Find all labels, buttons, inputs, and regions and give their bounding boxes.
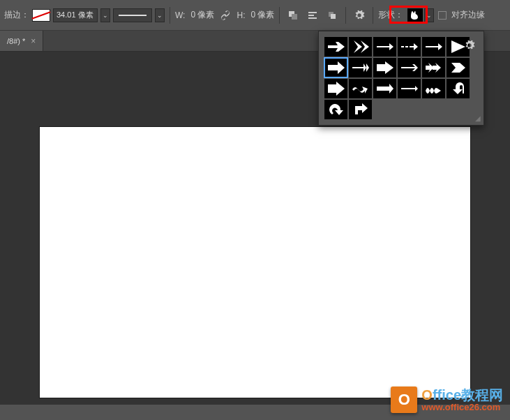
separator (345, 7, 346, 24)
panel-resize-grip-icon[interactable]: ◢ (475, 114, 481, 122)
shape-arrow-double-line[interactable] (373, 79, 396, 98)
shape-picker-panel: ◢ (318, 31, 484, 126)
path-ops-icon[interactable] (285, 7, 301, 24)
watermark-cn: 教程网 (461, 387, 503, 403)
shape-chevron-right[interactable] (349, 37, 372, 57)
shape-arrow-tag[interactable] (447, 58, 470, 77)
shape-arrow-thin[interactable] (373, 37, 396, 57)
shape-label: 形状： (378, 9, 403, 21)
stroke-size-caret[interactable]: ⌄ (100, 8, 110, 22)
watermark-line2: www.office26.com (421, 403, 503, 412)
svg-rect-1 (292, 14, 297, 20)
width-value[interactable]: 0 像素 (190, 9, 214, 21)
tab-close-icon[interactable]: × (31, 36, 36, 46)
shape-arrow-dash[interactable] (398, 37, 421, 57)
canvas[interactable] (40, 127, 470, 398)
stroke-style-dropdown[interactable] (113, 8, 152, 22)
watermark-line1: Office教程网 (421, 387, 503, 403)
separator (373, 7, 373, 24)
shape-arrow-line[interactable] (422, 37, 445, 57)
shape-arrow-thin2[interactable] (398, 58, 421, 77)
separator (279, 7, 280, 24)
options-bar: 描边： 34.01 像素 ⌄ ⌄ W: 0 像素 H: 0 像素 形状： ⌄ 对… (0, 0, 510, 31)
svg-rect-4 (308, 17, 317, 19)
shape-u-turn[interactable] (447, 79, 470, 98)
height-value[interactable]: 0 像素 (250, 9, 274, 21)
document-tab[interactable]: /8#) * × (0, 31, 43, 51)
shape-arrow-slim[interactable] (398, 79, 421, 98)
align-edges-checkbox[interactable] (438, 11, 447, 20)
shape-redo-arrow[interactable] (324, 100, 347, 119)
stroke-color-swatch[interactable] (32, 9, 50, 22)
watermark-logo-icon: O (391, 387, 417, 413)
arrange-icon[interactable] (324, 7, 340, 24)
shape-arrow-block[interactable] (373, 58, 396, 77)
watermark-url: www.office26.com (421, 402, 500, 412)
separator (170, 7, 170, 24)
shape-arrow-feather[interactable] (324, 37, 347, 57)
shape-arrow-fat[interactable] (324, 79, 347, 98)
shape-caret[interactable]: ⌄ (424, 8, 434, 22)
stroke-label: 描边： (4, 9, 29, 21)
gear-icon[interactable] (351, 7, 368, 24)
tab-title: /8#) * (7, 37, 25, 45)
shape-squiggle[interactable] (422, 79, 445, 98)
watermark-text: Office教程网 www.office26.com (421, 387, 503, 412)
watermark-o: O (421, 387, 433, 403)
align-edges-label: 对齐边缘 (451, 9, 485, 21)
stroke-size-input[interactable]: 34.01 像素 (53, 8, 98, 22)
shape-wave-arrow[interactable] (349, 79, 372, 98)
svg-rect-6 (331, 14, 336, 19)
link-wh-icon[interactable] (217, 7, 234, 24)
shape-arrow-bold[interactable] (324, 58, 347, 77)
watermark: O Office教程网 www.office26.com (391, 387, 503, 413)
shape-arrow-double-head[interactable] (349, 58, 372, 77)
height-label: H: (237, 10, 245, 20)
watermark-ffice: ffice (433, 387, 461, 403)
svg-rect-2 (308, 12, 317, 13)
align-icon[interactable] (304, 7, 321, 24)
watermark-logo-letter: O (398, 391, 410, 409)
shape-arrow-fast[interactable] (422, 58, 445, 77)
shape-preview-rabbit-icon (407, 8, 423, 22)
shape-dropdown[interactable]: ⌄ (406, 6, 435, 25)
shape-corner-arrow[interactable] (349, 100, 372, 119)
stroke-style-caret[interactable]: ⌄ (155, 8, 165, 22)
panel-menu-gear-icon[interactable] (461, 37, 478, 54)
shape-grid (324, 37, 478, 119)
svg-rect-3 (308, 15, 314, 16)
width-label: W: (175, 10, 185, 20)
